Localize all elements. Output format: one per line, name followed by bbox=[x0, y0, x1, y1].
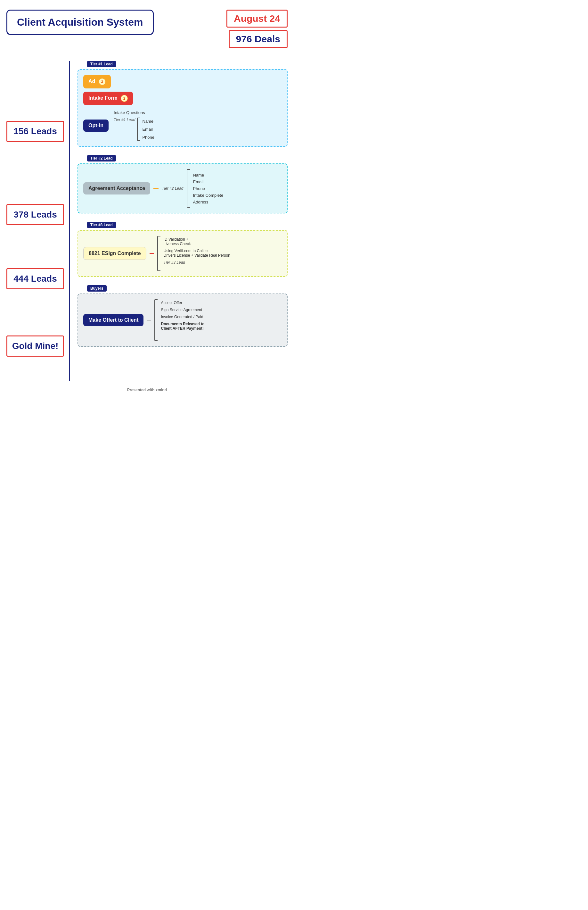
leads-box-1: 156 Leads bbox=[6, 121, 64, 142]
header-area: Client Acquisition System August 24 976 … bbox=[6, 6, 288, 51]
intake-badge: 2 bbox=[121, 95, 128, 102]
leads-box-2: 378 Leads bbox=[6, 204, 64, 225]
tier2-inner: Agreement Acceptance Tier #2 Lead Name E… bbox=[83, 169, 282, 207]
deals-box: 976 Deals bbox=[229, 30, 288, 48]
buyers-item-1: Accept Offer bbox=[161, 301, 204, 305]
tier2-container: Agreement Acceptance Tier #2 Lead Name E… bbox=[78, 164, 288, 214]
tier1-badge: Tier #1 Lead bbox=[87, 61, 116, 67]
tier1-inner: Ad 3 Intake Form 2 Opt-in bbox=[83, 75, 282, 141]
connector-buyers bbox=[147, 320, 151, 321]
leads-count-4: Gold Mine! bbox=[12, 341, 58, 351]
date-box: August 24 bbox=[226, 10, 288, 28]
ad-row: Ad 3 bbox=[83, 75, 282, 88]
intake-questions-label: Intake Questions bbox=[114, 110, 154, 115]
leads-count-1: 156 Leads bbox=[13, 126, 57, 136]
tier2-wrapper: Tier #2 Lead Agreement Acceptance Tier #… bbox=[78, 155, 288, 214]
title-box: Client Acquisition System bbox=[6, 10, 154, 35]
t3-item-3: Tier #3 Lead bbox=[164, 260, 230, 265]
tier2-badge: Tier #2 Lead bbox=[87, 155, 116, 162]
leads-item-4: Gold Mine! bbox=[6, 311, 66, 381]
buyers-badge: Buyers bbox=[87, 285, 107, 291]
ad-badge: 3 bbox=[99, 78, 106, 85]
field-email: Email bbox=[142, 127, 154, 132]
ad-node[interactable]: Ad 3 bbox=[83, 75, 111, 88]
tier3-items: ID Validation +Liveness Check Using Veri… bbox=[164, 236, 230, 266]
leads-box-4: Gold Mine! bbox=[6, 335, 64, 357]
brace-tier1 bbox=[137, 118, 140, 141]
optin-right: Intake Questions Tier #1 Lead Name bbox=[114, 110, 154, 141]
t2-field-intake: Intake Complete bbox=[193, 193, 223, 198]
leads-box-3: 444 Leads bbox=[6, 268, 64, 289]
connector-t3 bbox=[150, 253, 154, 254]
tier1-container: Ad 3 Intake Form 2 Opt-in bbox=[78, 69, 288, 147]
buyers-inner: Make Offert to Client Accept Offer Sign … bbox=[83, 299, 282, 341]
tier3-inner: 8821 ESign Complete ID Validation +Liven… bbox=[83, 236, 282, 271]
t3-item-1: ID Validation +Liveness Check bbox=[164, 237, 230, 246]
tier2-label: Tier #2 Lead bbox=[162, 186, 183, 191]
optin-node[interactable]: Opt-in bbox=[83, 120, 108, 132]
leads-item-1: 156 Leads bbox=[6, 80, 66, 183]
t2-field-email: Email bbox=[193, 180, 223, 184]
tier3-wrapper: Tier #3 Lead 8821 ESign Complete ID Vali… bbox=[78, 222, 288, 277]
buyers-wrapper: Buyers Make Offert to Client Accept Offe… bbox=[78, 285, 288, 347]
t2-field-name: Name bbox=[193, 173, 223, 178]
leads-item-3: 444 Leads bbox=[6, 247, 66, 311]
intake-node[interactable]: Intake Form 2 bbox=[83, 92, 133, 105]
connector-t2 bbox=[153, 188, 158, 189]
leads-item-2: 378 Leads bbox=[6, 183, 66, 247]
optin-area: Opt-in Intake Questions Tier #1 Lead bbox=[83, 110, 282, 141]
buyers-item-3: Invoice Generated / Paid bbox=[161, 315, 204, 319]
footer: Presented with xmind bbox=[6, 388, 288, 392]
main-layout: 156 Leads 378 Leads 444 Leads Gold Mine! bbox=[6, 61, 288, 381]
brace-tier2 bbox=[187, 169, 190, 207]
spacer-1 bbox=[6, 61, 66, 80]
right-side: Tier #1 Lead Ad 3 Intake Form bbox=[70, 61, 288, 381]
field-name: Name bbox=[142, 119, 154, 124]
page-wrapper: Client Acquisition System August 24 976 … bbox=[0, 0, 294, 405]
tier3-container: 8821 ESign Complete ID Validation +Liven… bbox=[78, 230, 288, 277]
buyers-item-4: Documents Released toClient AFTER Paymen… bbox=[161, 322, 204, 331]
tier1-label-area: Tier #1 Lead bbox=[114, 118, 135, 123]
center-line bbox=[69, 61, 70, 381]
brace-tier3 bbox=[157, 236, 160, 271]
field-phone: Phone bbox=[142, 135, 154, 140]
buyers-items: Accept Offer Sign Service Agreement Invo… bbox=[161, 299, 204, 332]
t2-field-address: Address bbox=[193, 200, 223, 204]
esign-node[interactable]: 8821 ESign Complete bbox=[83, 247, 146, 260]
offer-node[interactable]: Make Offert to Client bbox=[83, 314, 144, 326]
left-side: 156 Leads 378 Leads 444 Leads Gold Mine! bbox=[6, 61, 69, 381]
t3-item-2: Using Veriff.com to CollectDrivers Licen… bbox=[164, 249, 230, 257]
optin-fields-area: Tier #1 Lead Name Email Phone bbox=[114, 118, 154, 141]
leads-count-3: 444 Leads bbox=[13, 274, 57, 284]
t2-field-phone: Phone bbox=[193, 186, 223, 191]
tier1-wrapper: Tier #1 Lead Ad 3 Intake Form bbox=[78, 61, 288, 147]
buyers-container: Make Offert to Client Accept Offer Sign … bbox=[78, 293, 288, 347]
buyers-item-2: Sign Service Agreement bbox=[161, 308, 204, 312]
fields-list-2: Name Email Phone Intake Complete Address bbox=[193, 172, 223, 206]
leads-count-2: 378 Leads bbox=[13, 210, 57, 220]
tier3-badge: Tier #3 Lead bbox=[87, 222, 116, 228]
agreement-node[interactable]: Agreement Acceptance bbox=[83, 182, 150, 194]
brace-buyers bbox=[154, 299, 158, 341]
header-right: August 24 976 Deals bbox=[226, 10, 288, 48]
tier1-label: Tier #1 Lead bbox=[114, 118, 135, 122]
main-title: Client Acquisition System bbox=[17, 16, 143, 28]
footer-text: Presented with xmind bbox=[127, 388, 167, 392]
fields-list-1: Name Email Phone bbox=[142, 118, 154, 141]
intake-row: Intake Form 2 bbox=[83, 92, 282, 105]
